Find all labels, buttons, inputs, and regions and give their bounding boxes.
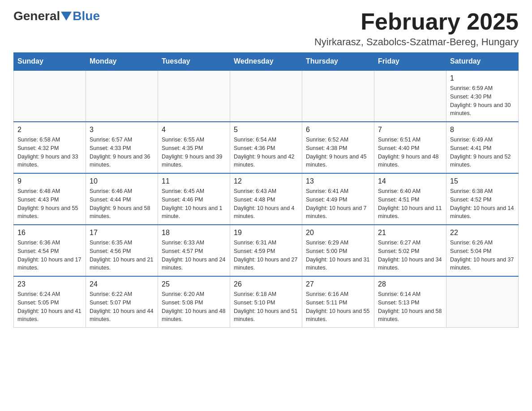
- day-number: 8: [450, 126, 515, 134]
- day-number: 24: [90, 280, 154, 288]
- header-monday: Monday: [86, 53, 158, 71]
- day-info: Sunrise: 6:45 AMSunset: 4:46 PMDaylight:…: [162, 187, 226, 221]
- calendar-table: Sunday Monday Tuesday Wednesday Thursday…: [13, 52, 519, 328]
- day-info: Sunrise: 6:59 AMSunset: 4:30 PMDaylight:…: [450, 84, 515, 118]
- day-number: 28: [378, 280, 442, 288]
- logo: General Blue: [13, 9, 100, 23]
- day-number: 6: [306, 126, 370, 134]
- day-info: Sunrise: 6:33 AMSunset: 4:57 PMDaylight:…: [162, 239, 226, 272]
- day-number: 11: [162, 177, 226, 185]
- day-info: Sunrise: 6:18 AMSunset: 5:10 PMDaylight:…: [234, 290, 298, 324]
- day-number: 16: [17, 229, 82, 237]
- day-info: Sunrise: 6:31 AMSunset: 4:59 PMDaylight:…: [234, 239, 298, 272]
- logo-blue-text: Blue: [73, 9, 100, 23]
- calendar-cell: 6Sunrise: 6:52 AMSunset: 4:38 PMDaylight…: [302, 122, 374, 173]
- location-subtitle: Nyirkarasz, Szabolcs-Szatmar-Bereg, Hung…: [314, 36, 519, 48]
- day-number: 4: [162, 126, 226, 134]
- header-thursday: Thursday: [302, 53, 374, 71]
- header-tuesday: Tuesday: [158, 53, 230, 71]
- calendar-week-row: 16Sunrise: 6:36 AMSunset: 4:54 PMDayligh…: [14, 225, 519, 276]
- day-number: 15: [450, 177, 515, 185]
- calendar-cell: [230, 70, 302, 122]
- day-info: Sunrise: 6:40 AMSunset: 4:51 PMDaylight:…: [378, 187, 442, 221]
- day-info: Sunrise: 6:55 AMSunset: 4:35 PMDaylight:…: [162, 136, 226, 169]
- day-info: Sunrise: 6:54 AMSunset: 4:36 PMDaylight:…: [234, 136, 298, 169]
- calendar-cell: 11Sunrise: 6:45 AMSunset: 4:46 PMDayligh…: [158, 173, 230, 225]
- calendar-week-row: 9Sunrise: 6:48 AMSunset: 4:43 PMDaylight…: [14, 173, 519, 225]
- weekday-header-row: Sunday Monday Tuesday Wednesday Thursday…: [14, 53, 519, 71]
- day-info: Sunrise: 6:29 AMSunset: 5:00 PMDaylight:…: [306, 239, 370, 272]
- calendar-cell: [86, 70, 158, 122]
- calendar-cell: 9Sunrise: 6:48 AMSunset: 4:43 PMDaylight…: [14, 173, 86, 225]
- day-number: 26: [234, 280, 298, 288]
- day-number: 2: [17, 126, 82, 134]
- day-info: Sunrise: 6:46 AMSunset: 4:44 PMDaylight:…: [90, 187, 154, 221]
- calendar-cell: [302, 70, 374, 122]
- month-title: February 2025: [314, 9, 519, 34]
- day-number: 7: [378, 126, 442, 134]
- calendar-cell: 25Sunrise: 6:20 AMSunset: 5:08 PMDayligh…: [158, 276, 230, 328]
- calendar-cell: 4Sunrise: 6:55 AMSunset: 4:35 PMDaylight…: [158, 122, 230, 173]
- logo-general-text: General: [13, 9, 60, 23]
- calendar-cell: 17Sunrise: 6:35 AMSunset: 4:56 PMDayligh…: [86, 225, 158, 276]
- calendar-cell: [14, 70, 86, 122]
- calendar-cell: 18Sunrise: 6:33 AMSunset: 4:57 PMDayligh…: [158, 225, 230, 276]
- day-number: 17: [90, 229, 154, 237]
- day-info: Sunrise: 6:16 AMSunset: 5:11 PMDaylight:…: [306, 290, 370, 324]
- header-wednesday: Wednesday: [230, 53, 302, 71]
- calendar-cell: 15Sunrise: 6:38 AMSunset: 4:52 PMDayligh…: [446, 173, 519, 225]
- day-number: 18: [162, 229, 226, 237]
- calendar-cell: 7Sunrise: 6:51 AMSunset: 4:40 PMDaylight…: [374, 122, 446, 173]
- calendar-cell: 27Sunrise: 6:16 AMSunset: 5:11 PMDayligh…: [302, 276, 374, 328]
- day-number: 27: [306, 280, 370, 288]
- logo-triangle-icon: [61, 12, 72, 21]
- day-info: Sunrise: 6:20 AMSunset: 5:08 PMDaylight:…: [162, 290, 226, 324]
- calendar-cell: 10Sunrise: 6:46 AMSunset: 4:44 PMDayligh…: [86, 173, 158, 225]
- day-number: 19: [234, 229, 298, 237]
- calendar-week-row: 2Sunrise: 6:58 AMSunset: 4:32 PMDaylight…: [14, 122, 519, 173]
- calendar-week-row: 1Sunrise: 6:59 AMSunset: 4:30 PMDaylight…: [14, 70, 519, 122]
- calendar-cell: 26Sunrise: 6:18 AMSunset: 5:10 PMDayligh…: [230, 276, 302, 328]
- calendar-cell: 3Sunrise: 6:57 AMSunset: 4:33 PMDaylight…: [86, 122, 158, 173]
- day-info: Sunrise: 6:57 AMSunset: 4:33 PMDaylight:…: [90, 136, 154, 169]
- day-number: 13: [306, 177, 370, 185]
- day-number: 10: [90, 177, 154, 185]
- calendar-cell: 1Sunrise: 6:59 AMSunset: 4:30 PMDaylight…: [446, 70, 519, 122]
- day-number: 14: [378, 177, 442, 185]
- calendar-cell: [158, 70, 230, 122]
- calendar-cell: 20Sunrise: 6:29 AMSunset: 5:00 PMDayligh…: [302, 225, 374, 276]
- day-info: Sunrise: 6:26 AMSunset: 5:04 PMDaylight:…: [450, 239, 515, 272]
- day-info: Sunrise: 6:36 AMSunset: 4:54 PMDaylight:…: [17, 239, 82, 272]
- day-info: Sunrise: 6:52 AMSunset: 4:38 PMDaylight:…: [306, 136, 370, 169]
- calendar-cell: 16Sunrise: 6:36 AMSunset: 4:54 PMDayligh…: [14, 225, 86, 276]
- day-number: 20: [306, 229, 370, 237]
- header-saturday: Saturday: [446, 53, 519, 71]
- day-info: Sunrise: 6:27 AMSunset: 5:02 PMDaylight:…: [378, 239, 442, 272]
- day-number: 3: [90, 126, 154, 134]
- calendar-cell: 19Sunrise: 6:31 AMSunset: 4:59 PMDayligh…: [230, 225, 302, 276]
- day-info: Sunrise: 6:58 AMSunset: 4:32 PMDaylight:…: [17, 136, 82, 169]
- calendar-cell: 24Sunrise: 6:22 AMSunset: 5:07 PMDayligh…: [86, 276, 158, 328]
- calendar-cell: 23Sunrise: 6:24 AMSunset: 5:05 PMDayligh…: [14, 276, 86, 328]
- day-number: 1: [450, 74, 515, 82]
- calendar-cell: 5Sunrise: 6:54 AMSunset: 4:36 PMDaylight…: [230, 122, 302, 173]
- calendar-cell: 28Sunrise: 6:14 AMSunset: 5:13 PMDayligh…: [374, 276, 446, 328]
- day-number: 12: [234, 177, 298, 185]
- calendar-cell: [374, 70, 446, 122]
- day-number: 9: [17, 177, 82, 185]
- day-info: Sunrise: 6:22 AMSunset: 5:07 PMDaylight:…: [90, 290, 154, 324]
- day-number: 22: [450, 229, 515, 237]
- day-info: Sunrise: 6:35 AMSunset: 4:56 PMDaylight:…: [90, 239, 154, 272]
- calendar-cell: 21Sunrise: 6:27 AMSunset: 5:02 PMDayligh…: [374, 225, 446, 276]
- calendar-cell: 14Sunrise: 6:40 AMSunset: 4:51 PMDayligh…: [374, 173, 446, 225]
- calendar-cell: [446, 276, 519, 328]
- calendar-cell: 2Sunrise: 6:58 AMSunset: 4:32 PMDaylight…: [14, 122, 86, 173]
- day-number: 21: [378, 229, 442, 237]
- day-info: Sunrise: 6:24 AMSunset: 5:05 PMDaylight:…: [17, 290, 82, 324]
- day-number: 23: [17, 280, 82, 288]
- day-info: Sunrise: 6:38 AMSunset: 4:52 PMDaylight:…: [450, 187, 515, 221]
- day-info: Sunrise: 6:49 AMSunset: 4:41 PMDaylight:…: [450, 136, 515, 169]
- day-info: Sunrise: 6:48 AMSunset: 4:43 PMDaylight:…: [17, 187, 82, 221]
- calendar-week-row: 23Sunrise: 6:24 AMSunset: 5:05 PMDayligh…: [14, 276, 519, 328]
- day-info: Sunrise: 6:51 AMSunset: 4:40 PMDaylight:…: [378, 136, 442, 169]
